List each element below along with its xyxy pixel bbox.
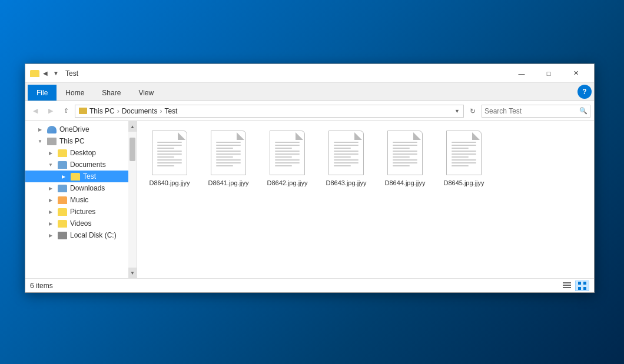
sidebar-item-thispc[interactable]: ▼ This PC	[25, 135, 137, 147]
address-path[interactable]: This PC › Documents › Test ▼	[75, 105, 464, 118]
videos-folder-icon	[58, 220, 67, 228]
downloads-folder-icon	[58, 185, 67, 192]
file-line	[216, 159, 241, 161]
file-line	[275, 159, 300, 161]
sidebar: ▶ OneDrive ▼ This PC ▶ Desktop	[25, 121, 137, 278]
main-content: ▶ OneDrive ▼ This PC ▶ Desktop	[25, 121, 594, 278]
sidebar-item-localdisk[interactable]: ▶ Local Disk (C:)	[25, 229, 137, 241]
expand-test[interactable]: ▶	[59, 172, 68, 181]
sidebar-item-videos[interactable]: ▶ Videos	[25, 218, 137, 229]
file-item[interactable]: D8641.jpg.jjyy	[202, 127, 255, 189]
file-line	[393, 165, 410, 166]
view-buttons	[560, 280, 589, 291]
file-line	[157, 162, 182, 163]
search-icon[interactable]: 🔍	[579, 107, 588, 115]
expand-music[interactable]: ▶	[47, 196, 55, 204]
svg-rect-5	[578, 287, 581, 290]
sidebar-item-documents[interactable]: ▼ Documents	[25, 159, 137, 171]
scroll-thumb[interactable]	[130, 138, 135, 161]
pictures-folder-icon	[58, 208, 67, 216]
path-test[interactable]: Test	[164, 107, 177, 115]
file-item[interactable]: D8642.jpg.jjyy	[261, 127, 314, 189]
onedrive-icon	[47, 126, 57, 133]
sidebar-item-onedrive[interactable]: ▶ OneDrive	[25, 123, 137, 135]
sidebar-label-videos: Videos	[70, 219, 132, 228]
expand-pictures[interactable]: ▶	[47, 208, 55, 216]
sidebar-scrollbar[interactable]: ▲ ▼	[128, 121, 137, 278]
quick-back-arrow[interactable]: ◀	[41, 69, 50, 78]
minimize-button[interactable]: —	[508, 64, 535, 83]
large-icons-view-btn[interactable]	[575, 280, 589, 291]
expand-localdisk[interactable]: ▶	[47, 231, 55, 239]
file-line	[334, 148, 351, 149]
file-name-4: D8644.jpg.jjyy	[384, 179, 425, 187]
sidebar-label-desktop: Desktop	[70, 149, 132, 157]
file-line	[334, 159, 359, 161]
file-item[interactable]: D8644.jpg.jjyy	[379, 127, 432, 189]
back-button[interactable]: ◀	[29, 105, 42, 118]
sidebar-label-music: Music	[70, 196, 132, 204]
tab-view[interactable]: View	[130, 85, 162, 101]
file-line	[275, 145, 300, 146]
scroll-up-btn[interactable]: ▲	[128, 121, 137, 132]
details-view-btn[interactable]	[560, 280, 574, 291]
file-item[interactable]: D8640.jpg.jjyy	[143, 127, 196, 189]
sidebar-item-test[interactable]: ▶ Test	[25, 171, 137, 182]
sidebar-item-music[interactable]: ▶ Music	[25, 194, 137, 206]
file-item[interactable]: D8643.jpg.jjyy	[320, 127, 373, 189]
refresh-button[interactable]: ↻	[466, 105, 479, 118]
file-item[interactable]: D8645.jpg.jjyy	[437, 127, 490, 189]
expand-desktop[interactable]: ▶	[47, 149, 55, 157]
sidebar-label-thispc: This PC	[59, 137, 132, 145]
file-icon-5	[445, 129, 483, 176]
file-line	[334, 145, 359, 146]
search-box[interactable]: 🔍	[482, 105, 590, 118]
sidebar-item-pictures[interactable]: ▶ Pictures	[25, 206, 137, 218]
file-line	[452, 165, 469, 166]
file-icon-corner	[472, 132, 480, 140]
file-line	[157, 159, 182, 161]
help-button[interactable]: ?	[577, 85, 592, 99]
expand-onedrive[interactable]: ▶	[36, 125, 44, 133]
path-thispc[interactable]: This PC	[89, 107, 115, 115]
file-line	[157, 156, 174, 158]
expand-documents[interactable]: ▼	[47, 161, 55, 169]
svg-rect-0	[563, 282, 571, 283]
file-name-3: D8643.jpg.jjyy	[326, 179, 366, 187]
sidebar-label-test: Test	[83, 172, 132, 181]
path-dropdown-arrow[interactable]: ▼	[454, 108, 460, 114]
sidebar-item-desktop[interactable]: ▶ Desktop	[25, 147, 137, 159]
quick-access-icons: ◀ ▼	[30, 69, 61, 78]
sidebar-item-downloads[interactable]: ▶ Downloads	[25, 182, 137, 194]
maximize-button[interactable]: □	[535, 64, 562, 83]
tab-file[interactable]: File	[28, 85, 57, 101]
file-line	[157, 153, 182, 155]
items-count: 6 items	[30, 282, 560, 290]
file-area: D8640.jpg.jjyy D8641.jpg.jjyy	[137, 121, 594, 278]
file-line	[216, 145, 241, 146]
expand-videos[interactable]: ▶	[47, 219, 55, 228]
sidebar-tree: ▶ OneDrive ▼ This PC ▶ Desktop	[25, 121, 137, 243]
file-name-1: D8641.jpg.jjyy	[208, 179, 248, 187]
expand-thispc[interactable]: ▼	[36, 137, 44, 145]
file-icon-lines	[452, 142, 476, 166]
title-bar: ◀ ▼ Test — □ ✕	[25, 64, 594, 83]
scroll-down-btn[interactable]: ▼	[128, 268, 137, 278]
path-documents[interactable]: Documents	[122, 107, 158, 115]
svg-rect-3	[578, 282, 581, 285]
file-icon-corner	[178, 132, 185, 140]
tab-share[interactable]: Share	[93, 85, 130, 101]
forward-button[interactable]: ▶	[44, 105, 57, 118]
up-button[interactable]: ⇧	[59, 105, 72, 118]
path-sep-2: ›	[160, 107, 162, 115]
file-line	[393, 162, 417, 163]
file-line	[216, 165, 233, 166]
tab-home[interactable]: Home	[57, 85, 93, 101]
sidebar-label-pictures: Pictures	[70, 208, 132, 216]
close-button[interactable]: ✕	[562, 64, 589, 83]
file-line	[157, 148, 174, 149]
search-input[interactable]	[484, 107, 579, 115]
quick-down-arrow[interactable]: ▼	[51, 69, 61, 78]
expand-downloads[interactable]: ▶	[47, 184, 55, 192]
sidebar-label-localdisk: Local Disk (C:)	[70, 231, 132, 239]
